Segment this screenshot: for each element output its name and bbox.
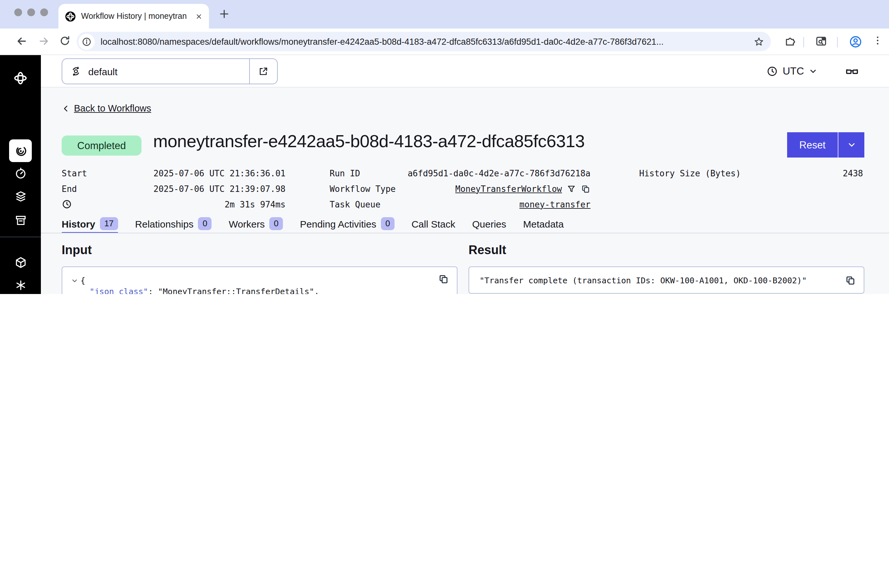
sidebar-item-schedules[interactable] — [0, 167, 41, 180]
namespace-selector-main[interactable]: default — [62, 59, 249, 84]
tabs-divider — [41, 233, 889, 233]
timezone-selector[interactable]: UTC — [766, 55, 818, 87]
history-size-label: History Size (Bytes) — [639, 165, 741, 181]
minimize-window-button[interactable] — [27, 8, 35, 16]
browser-toolbar: localhost:8080/namespaces/default/workfl… — [0, 28, 889, 55]
duration-clock-icon — [62, 196, 72, 212]
json-punct: : — [148, 287, 158, 294]
tab-pending-activities[interactable]: Pending Activities0 — [300, 214, 395, 233]
copy-icon[interactable] — [845, 275, 856, 286]
clock-icon — [766, 66, 778, 77]
back-icon[interactable] — [16, 35, 28, 47]
start-value: 2025-07-06 UTC 21:36:36.01 — [138, 165, 286, 181]
sidebar-divider — [0, 237, 41, 237]
tab-count-badge: 0 — [198, 217, 212, 230]
end-value: 2025-07-06 UTC 21:39:07.98 — [138, 181, 286, 196]
maximize-window-button[interactable] — [40, 8, 48, 16]
tab-label: History — [62, 218, 95, 229]
duration-value: 2m 31s 974ms — [138, 196, 286, 212]
task-queue-link[interactable]: money-transfer — [519, 200, 591, 209]
namespace-name: default — [88, 66, 117, 77]
sidebar-item-layers[interactable] — [0, 190, 41, 203]
profile-avatar-icon[interactable] — [849, 35, 862, 49]
namespace-selector[interactable]: default — [62, 58, 278, 84]
back-to-workflows-link[interactable]: Back to Workflows — [62, 103, 151, 114]
browser-window: Workflow History | moneytran localhost:8… — [0, 0, 889, 294]
run-id-value: a6fd95d1-da0c-4d2e-a77c-786f3d76218a — [404, 165, 591, 181]
sidebar-item-asterisk[interactable] — [0, 279, 41, 292]
copy-icon[interactable] — [438, 274, 449, 285]
json-key: "json_class" — [90, 287, 148, 294]
tab-relationships[interactable]: Relationships0 — [135, 214, 212, 233]
chevron-left-icon — [62, 104, 70, 112]
json-line: "json_class": "MoneyTransfer::TransferDe… — [69, 286, 319, 294]
new-tab-button[interactable] — [218, 8, 230, 20]
run-id-label: Run ID — [329, 165, 360, 181]
copy-icon[interactable] — [581, 184, 591, 194]
labs-glasses-icon[interactable] — [845, 64, 859, 78]
toolbar-divider — [837, 37, 838, 47]
input-json-viewer: {"json_class": "MoneyTransfer::TransferD… — [69, 275, 319, 294]
reset-button[interactable]: Reset — [787, 132, 864, 158]
workflow-type-cell: MoneyTransferWorkflow — [404, 181, 591, 196]
tab-label: Pending Activities — [300, 218, 376, 229]
result-value: "Transfer complete (transaction IDs: OKW… — [480, 267, 806, 294]
reset-menu-caret[interactable] — [838, 132, 864, 158]
start-label: Start — [62, 165, 87, 181]
chevron-down-icon — [809, 67, 818, 76]
end-label: End — [62, 181, 77, 196]
filter-funnel-icon[interactable] — [567, 184, 576, 194]
timezone-value: UTC — [782, 66, 804, 77]
workflow-page: Back to Workflows Completed moneytransfe… — [41, 87, 889, 294]
toolbar-divider — [803, 37, 804, 47]
tab-call-stack[interactable]: Call Stack — [411, 214, 455, 233]
namespace-external-link-icon[interactable] — [249, 59, 277, 84]
window-controls[interactable] — [14, 8, 48, 16]
result-card: "Transfer complete (transaction IDs: OKW… — [468, 267, 864, 294]
tab-count-badge: 0 — [269, 217, 283, 230]
url-bar[interactable]: localhost:8080/namespaces/default/workfl… — [77, 32, 771, 51]
forward-icon[interactable] — [38, 35, 50, 47]
result-heading: Result — [468, 243, 506, 257]
app-header-bar: default UTC — [41, 55, 889, 87]
tab-title: Workflow History | moneytran — [81, 12, 190, 21]
extensions-icon[interactable] — [784, 35, 796, 47]
bookmark-star-icon[interactable] — [754, 36, 764, 47]
reload-icon[interactable] — [59, 35, 71, 46]
temporal-favicon-icon — [65, 11, 76, 22]
input-card: {"json_class": "MoneyTransfer::TransferD… — [62, 267, 457, 294]
json-line: { — [69, 275, 319, 286]
tab-label: Queries — [472, 218, 506, 229]
collapse-toggle-icon[interactable] — [69, 275, 80, 286]
json-punct: { — [80, 276, 85, 285]
sidebar-item-cube[interactable] — [0, 256, 41, 269]
tab-queries[interactable]: Queries — [472, 214, 506, 233]
reset-button-label[interactable]: Reset — [787, 132, 838, 158]
tab-count-badge: 17 — [99, 217, 118, 230]
temporal-logo-icon[interactable] — [0, 70, 41, 86]
site-info-icon[interactable] — [78, 33, 95, 50]
browser-menu-icon[interactable] — [872, 35, 883, 46]
temporal-app: 2.34.0 default — [0, 55, 889, 294]
input-heading: Input — [62, 243, 92, 257]
side-panel-search-icon[interactable] — [815, 35, 827, 47]
sidebar-item-archive[interactable] — [0, 214, 41, 227]
workflow-type-link[interactable]: MoneyTransferWorkflow — [455, 184, 562, 194]
nav-sidebar: 2.34.0 — [0, 55, 41, 294]
browser-tab[interactable]: Workflow History | moneytran — [59, 4, 209, 28]
close-tab-icon[interactable] — [195, 13, 203, 20]
close-window-button[interactable] — [14, 8, 22, 16]
main-area: default UTC — [41, 55, 889, 294]
browser-tab-strip: Workflow History | moneytran — [0, 0, 889, 28]
tab-workers[interactable]: Workers0 — [229, 214, 283, 233]
tab-metadata[interactable]: Metadata — [523, 214, 564, 233]
sidebar-item-workflows[interactable] — [9, 140, 32, 162]
json-text: { — [80, 275, 85, 286]
tab-label: Call Stack — [411, 218, 455, 229]
workflow-type-label: Workflow Type — [329, 181, 396, 196]
tab-label: Relationships — [135, 218, 193, 229]
json-text: "json_class": "MoneyTransfer::TransferDe… — [80, 286, 319, 294]
url-text[interactable]: localhost:8080/namespaces/default/workfl… — [101, 37, 748, 46]
tab-history[interactable]: History17 — [62, 214, 118, 233]
workflow-tabs: History17Relationships0Workers0Pending A… — [62, 214, 564, 233]
